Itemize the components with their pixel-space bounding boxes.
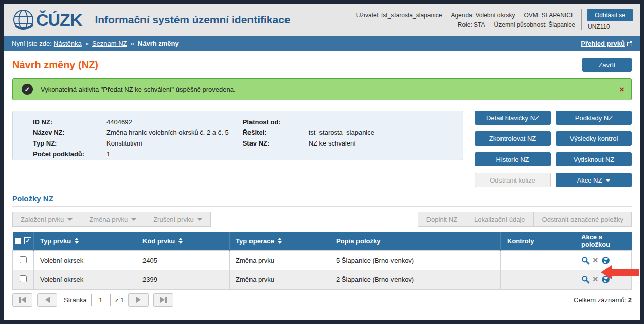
alert-close-icon[interactable]: × — [619, 85, 624, 94]
annotation-arrow — [601, 265, 639, 279]
col-kod-prvku[interactable]: Kód prvku — [142, 237, 175, 245]
page-of-label: z 1 — [115, 296, 124, 304]
zkontrolovat-nz-button[interactable]: Zkontrolovat NZ — [475, 131, 551, 146]
app-code: UNZ110 — [587, 23, 610, 30]
user-zone: Uživatel: tst_starosta_slapanice Agenda:… — [356, 9, 633, 30]
historie-nz-button[interactable]: Historie NZ — [475, 152, 551, 166]
pagination-bar: Stránka z 1 Celkem záznamů: 2 — [12, 293, 632, 307]
akce-nz-dropdown-button[interactable]: Akce NZ — [556, 173, 632, 187]
typ-nz-value: Konstitutivní — [106, 139, 142, 148]
nz-action-buttons: Detail hlavičky NZ Podklady NZ Zkontrolo… — [475, 111, 632, 187]
check-all-icon[interactable]: ✓ — [24, 237, 31, 244]
odstranit-oznacene-button[interactable]: Odstranit označené položky — [533, 212, 632, 227]
row-checkbox[interactable] — [20, 275, 27, 282]
zalozeni-prvku-dropdown[interactable]: Založení prvku — [12, 212, 81, 227]
arrow-head — [601, 265, 612, 279]
logout-button[interactable]: Odhlásit se — [587, 9, 633, 21]
cell-kod-prvku: 2405 — [136, 250, 230, 270]
top-header: ČÚZK Informační systém územní identifika… — [4, 4, 640, 36]
col-kontroly: Kontroly — [507, 237, 534, 245]
stav-nz-label: Stav NZ: — [243, 139, 309, 148]
zruseni-prvku-dropdown[interactable]: Zrušení prvku — [145, 212, 210, 227]
cell-typ-operace: Změna prvku — [230, 250, 330, 270]
table-header-row: ✓ Typ prvku Kód prvku — [13, 232, 632, 250]
remove-x-icon[interactable]: × — [593, 256, 598, 265]
table-row: Volební okrsek 2399 Změna prvku 2 Šlapan… — [13, 270, 632, 289]
main-content: Návrh změny (NZ) Zavřít ✓ Vykonatelná ak… — [4, 51, 640, 320]
nazev-nz-label: Název NZ: — [33, 128, 106, 137]
item-bulk-toolbar: Doplnit NZ Lokalizační údaje Odstranit o… — [418, 212, 632, 227]
cell-kontroly — [501, 270, 575, 289]
prev-page-button[interactable] — [37, 293, 57, 307]
nazev-nz-value: Změna hranic volebních okrsků č. 2 a č. … — [106, 128, 229, 137]
search-icon[interactable] — [581, 256, 590, 265]
podklady-nz-button[interactable]: Podklady NZ — [556, 111, 632, 125]
items-table: ✓ Typ prvku Kód prvku — [12, 232, 632, 290]
remove-x-icon[interactable]: × — [593, 275, 598, 284]
akce-nz-label: Akce NZ — [577, 176, 602, 184]
sort-icon[interactable] — [278, 238, 282, 244]
map-globe-icon[interactable] — [601, 256, 610, 265]
cell-typ-prvku: Volební okrsek — [34, 250, 136, 270]
row-checkbox[interactable] — [20, 256, 27, 263]
prehled-prvku-link[interactable]: Přehled prvků — [581, 40, 632, 47]
platnost-od-label: Platnost od: — [243, 118, 309, 126]
total-records-value: 2 — [628, 296, 632, 304]
select-all-checkbox[interactable] — [15, 238, 21, 244]
lokalizacni-udaje-button[interactable]: Lokalizační údaje — [466, 212, 533, 227]
id-nz-label: ID NZ: — [33, 118, 106, 126]
cell-popis: 2 Šlapanice (Brno-venkov) — [330, 270, 501, 289]
app-window: ČÚZK Informační systém územní identifika… — [4, 4, 640, 320]
stav-nz-value: NZ ke schválení — [309, 139, 356, 148]
cuzk-logo[interactable]: ČÚZK — [12, 8, 82, 31]
resitel-value: tst_starosta_slapanice — [309, 128, 374, 137]
alert-message: Vykonatelná aktivita "Předat NZ ke schvá… — [41, 86, 236, 93]
detail-hlavicky-nz-button[interactable]: Detail hlavičky NZ — [475, 111, 551, 125]
zmena-prvku-dropdown[interactable]: Změna prvku — [81, 212, 145, 227]
pocet-podkladu-value: 1 — [106, 150, 110, 158]
pocet-podkladu-label: Počet podkladů: — [33, 150, 106, 158]
ovm-label: OVM: SLAPANICE — [524, 12, 575, 19]
next-page-button[interactable] — [128, 293, 149, 307]
breadcrumb-current: Návrh změny — [138, 40, 179, 47]
col-typ-operace[interactable]: Typ operace — [236, 237, 274, 245]
first-page-button[interactable] — [12, 293, 32, 307]
total-records: Celkem záznamů: 2 — [574, 296, 632, 304]
last-page-button[interactable] — [153, 293, 173, 307]
page-title: Návrh změny (NZ) — [12, 59, 98, 71]
success-alert: ✓ Vykonatelná aktivita "Předat NZ ke sch… — [12, 78, 632, 100]
breadcrumb-link-seznam-nz[interactable]: Seznam NZ — [92, 40, 127, 47]
zruseni-prvku-label: Zrušení prvku — [153, 215, 193, 223]
breadcrumb-separator: » — [131, 40, 134, 47]
app-title: Informační systém územní identifikace — [95, 14, 290, 26]
vysledky-kontrol-button[interactable]: Výsledky kontrol — [556, 131, 632, 146]
close-button[interactable]: Zavřít — [582, 58, 632, 72]
prehled-prvku-label: Přehled prvků — [581, 40, 625, 47]
globe-logo-icon — [12, 8, 35, 31]
header-divider — [581, 9, 582, 30]
cell-kontroly — [501, 250, 575, 270]
breadcrumb-link-nastenka[interactable]: Nástěnka — [54, 40, 82, 47]
col-popis-polozky: Popis položky — [336, 237, 380, 245]
caret-down-icon — [67, 218, 73, 221]
role-label: Role: STA — [458, 21, 485, 28]
doplnit-nz-button[interactable]: Doplnit NZ — [418, 212, 466, 227]
search-icon[interactable] — [581, 275, 590, 284]
resitel-label: Řešitel: — [243, 128, 309, 137]
zmena-prvku-label: Změna prvku — [89, 215, 128, 223]
caret-down-icon — [197, 218, 202, 221]
scope-label: Územní působnost: Šlapanice — [494, 21, 575, 28]
sort-icon[interactable] — [178, 238, 183, 244]
page-number-input[interactable] — [91, 294, 111, 306]
col-typ-prvku[interactable]: Typ prvku — [40, 237, 71, 245]
logo-text: ČÚZK — [36, 10, 82, 30]
check-circle-icon: ✓ — [22, 84, 33, 95]
user-info: Uživatel: tst_starosta_slapanice Agenda:… — [356, 12, 575, 28]
zalozeni-prvku-label: Založení prvku — [21, 215, 64, 223]
sort-icon[interactable] — [75, 238, 79, 244]
vytisknout-nz-button[interactable]: Vytisknout NZ — [556, 152, 632, 166]
odstranit-kolize-button: Odstranit kolize — [475, 173, 551, 187]
total-records-label: Celkem záznamů: — [574, 296, 626, 304]
breadcrumb-prefix: Nyní jste zde: — [12, 40, 52, 47]
cell-popis: 5 Šlapanice (Brno-venkov) — [330, 250, 501, 270]
